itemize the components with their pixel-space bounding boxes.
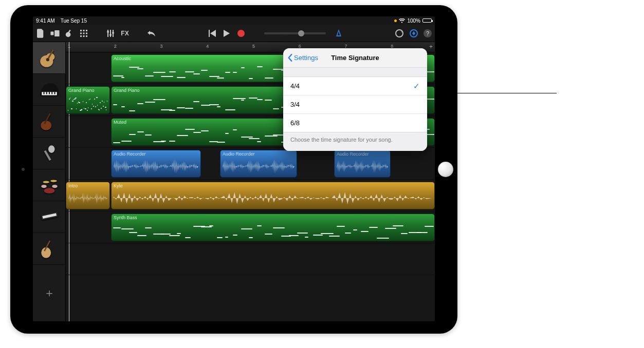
region-label: Audio Recorder bbox=[223, 151, 295, 157]
midi-notes bbox=[113, 223, 433, 239]
svg-point-26 bbox=[48, 145, 54, 153]
add-track-button[interactable]: ＋ bbox=[33, 265, 65, 321]
ipad-frame: 9:41 AM Tue Sep 15 100% bbox=[10, 5, 457, 334]
time-signature-option[interactable]: 6/8 bbox=[283, 114, 427, 132]
track-header-mandolin[interactable] bbox=[33, 233, 65, 265]
ruler-bar: 2 bbox=[114, 44, 117, 49]
track-lane[interactable]: IntroKyle bbox=[66, 180, 435, 211]
region[interactable]: Audio Recorder bbox=[334, 150, 391, 178]
option-label: 3/4 bbox=[290, 101, 300, 108]
status-bar: 9:41 AM Tue Sep 15 100% bbox=[33, 16, 435, 25]
go-to-start-icon[interactable] bbox=[208, 29, 217, 38]
time-signature-option[interactable]: 4/4✓ bbox=[283, 77, 427, 95]
svg-rect-11 bbox=[83, 35, 85, 37]
region-label: Intro bbox=[68, 183, 107, 188]
wifi-icon bbox=[399, 18, 405, 23]
waveform bbox=[337, 160, 388, 173]
region-label: Kyle bbox=[114, 183, 432, 188]
popover-back-button[interactable]: Settings bbox=[287, 48, 318, 67]
ruler-bar: 3 bbox=[160, 44, 163, 49]
popover-header: Settings Time Signature bbox=[283, 48, 427, 68]
popover-list: 4/4✓3/46/8 bbox=[283, 77, 427, 132]
svg-rect-6 bbox=[86, 30, 87, 31]
svg-point-13 bbox=[107, 31, 109, 33]
undo-icon[interactable] bbox=[147, 29, 156, 38]
region[interactable]: Audio Recorder bbox=[220, 150, 297, 178]
time-signature-popover: Settings Time Signature 4/4✓3/46/8 Choos… bbox=[283, 48, 427, 151]
svg-point-14 bbox=[109, 34, 112, 36]
song-position-slider[interactable] bbox=[264, 32, 326, 34]
waveform bbox=[223, 160, 295, 173]
svg-point-15 bbox=[112, 32, 114, 34]
track-header-drums[interactable] bbox=[33, 169, 65, 201]
loop-icon[interactable] bbox=[395, 29, 404, 38]
status-left: 9:41 AM Tue Sep 15 bbox=[36, 18, 87, 24]
region[interactable]: Audio Recorder bbox=[111, 150, 201, 178]
region[interactable]: Kyle bbox=[111, 182, 435, 209]
svg-point-21 bbox=[46, 58, 49, 61]
svg-rect-0 bbox=[50, 31, 53, 35]
check-icon: ✓ bbox=[413, 82, 420, 91]
track-lane[interactable]: Synth Bass bbox=[66, 211, 435, 243]
time-signature-option[interactable]: 3/4 bbox=[283, 95, 427, 114]
popover-back-label: Settings bbox=[294, 54, 318, 62]
battery-percent: 100% bbox=[407, 18, 420, 24]
popover-footer: Choose the time signature for your song. bbox=[283, 132, 427, 151]
svg-point-32 bbox=[50, 180, 57, 182]
track-header-mic[interactable] bbox=[33, 138, 65, 169]
region-label: Grand Piano bbox=[68, 88, 107, 93]
svg-point-29 bbox=[41, 184, 47, 187]
svg-rect-4 bbox=[80, 30, 82, 31]
metronome-icon[interactable] bbox=[334, 29, 343, 38]
region[interactable]: Grand Piano bbox=[66, 86, 110, 114]
popover-title: Time Signature bbox=[331, 54, 379, 62]
camera-dot bbox=[22, 168, 25, 171]
add-section-button[interactable]: + bbox=[429, 43, 433, 50]
help-icon[interactable]: ? bbox=[424, 29, 432, 37]
svg-rect-7 bbox=[80, 32, 82, 34]
play-icon[interactable] bbox=[222, 29, 231, 38]
battery-icon bbox=[422, 18, 432, 23]
status-time: 9:41 AM bbox=[36, 18, 55, 24]
svg-rect-5 bbox=[83, 30, 85, 31]
popover-gap bbox=[283, 68, 427, 77]
svg-point-31 bbox=[43, 181, 49, 183]
track-header-bass[interactable] bbox=[33, 106, 65, 138]
browser-icon[interactable] bbox=[50, 29, 60, 38]
settings-icon[interactable] bbox=[409, 29, 418, 38]
screen: 9:41 AM Tue Sep 15 100% bbox=[33, 16, 435, 321]
track-lane[interactable]: Audio RecorderAudio RecorderAudio Record… bbox=[66, 148, 435, 180]
record-icon[interactable] bbox=[236, 29, 246, 38]
svg-point-30 bbox=[52, 184, 58, 187]
fx-button[interactable]: FX bbox=[120, 29, 130, 38]
status-date: Tue Sep 15 bbox=[61, 18, 87, 24]
track-header-piano[interactable] bbox=[33, 74, 65, 106]
instrument-icon[interactable] bbox=[65, 29, 74, 38]
toolbar: FX bbox=[33, 25, 435, 42]
region[interactable]: Intro bbox=[66, 182, 110, 209]
svg-rect-8 bbox=[83, 32, 85, 34]
svg-rect-10 bbox=[80, 35, 82, 37]
option-label: 6/8 bbox=[290, 119, 300, 127]
waveform bbox=[114, 160, 198, 173]
mixer-icon[interactable] bbox=[106, 29, 115, 38]
track-lane[interactable] bbox=[66, 243, 435, 275]
grid-icon[interactable] bbox=[79, 29, 88, 38]
home-button[interactable] bbox=[438, 162, 453, 177]
waveform bbox=[68, 191, 107, 205]
svg-rect-12 bbox=[86, 35, 87, 37]
svg-point-28 bbox=[44, 188, 54, 194]
track-header-guitar[interactable] bbox=[33, 42, 65, 74]
ruler-bar: 4 bbox=[206, 44, 209, 49]
region-label: Synth Bass bbox=[114, 215, 432, 220]
track-header-keyboard[interactable] bbox=[33, 201, 65, 233]
ruler-bar: 5 bbox=[252, 44, 255, 49]
song-position-knob[interactable] bbox=[298, 30, 304, 36]
option-label: 4/4 bbox=[290, 82, 300, 90]
region[interactable]: Synth Bass bbox=[111, 214, 435, 241]
location-indicator-icon bbox=[394, 20, 397, 22]
midi-notes bbox=[68, 96, 108, 111]
status-right: 100% bbox=[394, 18, 432, 24]
my-songs-icon[interactable] bbox=[36, 29, 45, 38]
waveform bbox=[114, 191, 432, 205]
